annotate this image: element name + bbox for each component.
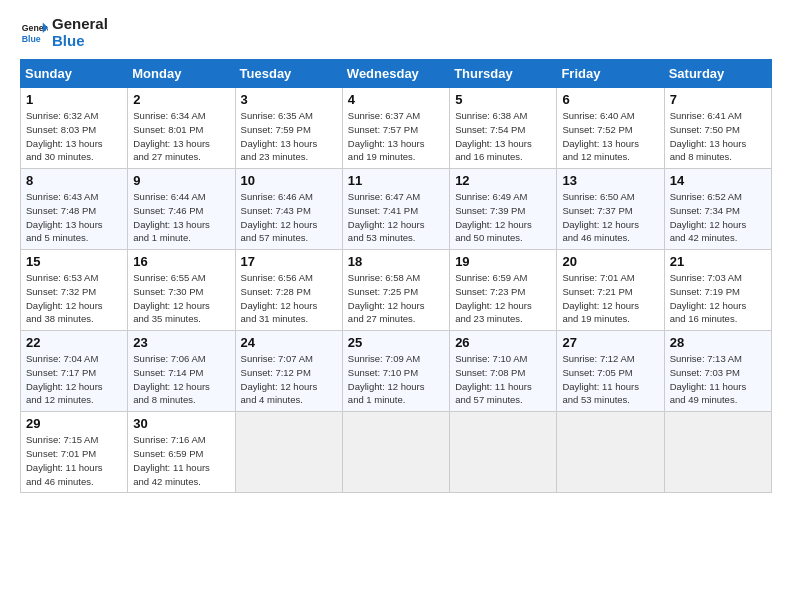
calendar-cell: 29Sunrise: 7:15 AM Sunset: 7:01 PM Dayli…: [21, 412, 128, 493]
day-info: Sunrise: 6:44 AM Sunset: 7:46 PM Dayligh…: [133, 190, 229, 245]
calendar-page: General Blue General Blue SundayMondayTu…: [0, 0, 792, 612]
calendar-cell: 11Sunrise: 6:47 AM Sunset: 7:41 PM Dayli…: [342, 169, 449, 250]
day-number: 15: [26, 254, 122, 269]
day-info: Sunrise: 6:32 AM Sunset: 8:03 PM Dayligh…: [26, 109, 122, 164]
day-info: Sunrise: 7:15 AM Sunset: 7:01 PM Dayligh…: [26, 433, 122, 488]
day-info: Sunrise: 7:10 AM Sunset: 7:08 PM Dayligh…: [455, 352, 551, 407]
day-info: Sunrise: 6:41 AM Sunset: 7:50 PM Dayligh…: [670, 109, 766, 164]
day-header-monday: Monday: [128, 60, 235, 88]
calendar-cell: 28Sunrise: 7:13 AM Sunset: 7:03 PM Dayli…: [664, 331, 771, 412]
calendar-cell: 23Sunrise: 7:06 AM Sunset: 7:14 PM Dayli…: [128, 331, 235, 412]
calendar-table: SundayMondayTuesdayWednesdayThursdayFrid…: [20, 59, 772, 493]
calendar-header-row: SundayMondayTuesdayWednesdayThursdayFrid…: [21, 60, 772, 88]
day-info: Sunrise: 7:04 AM Sunset: 7:17 PM Dayligh…: [26, 352, 122, 407]
calendar-cell: 6Sunrise: 6:40 AM Sunset: 7:52 PM Daylig…: [557, 88, 664, 169]
day-number: 26: [455, 335, 551, 350]
calendar-cell: 18Sunrise: 6:58 AM Sunset: 7:25 PM Dayli…: [342, 250, 449, 331]
calendar-cell: [557, 412, 664, 493]
day-number: 1: [26, 92, 122, 107]
day-info: Sunrise: 6:50 AM Sunset: 7:37 PM Dayligh…: [562, 190, 658, 245]
week-row-3: 15Sunrise: 6:53 AM Sunset: 7:32 PM Dayli…: [21, 250, 772, 331]
calendar-cell: 8Sunrise: 6:43 AM Sunset: 7:48 PM Daylig…: [21, 169, 128, 250]
day-info: Sunrise: 6:35 AM Sunset: 7:59 PM Dayligh…: [241, 109, 337, 164]
day-info: Sunrise: 6:52 AM Sunset: 7:34 PM Dayligh…: [670, 190, 766, 245]
calendar-cell: 22Sunrise: 7:04 AM Sunset: 7:17 PM Dayli…: [21, 331, 128, 412]
day-number: 6: [562, 92, 658, 107]
calendar-cell: 5Sunrise: 6:38 AM Sunset: 7:54 PM Daylig…: [450, 88, 557, 169]
day-number: 7: [670, 92, 766, 107]
day-number: 5: [455, 92, 551, 107]
day-number: 22: [26, 335, 122, 350]
day-info: Sunrise: 6:40 AM Sunset: 7:52 PM Dayligh…: [562, 109, 658, 164]
calendar-cell: 21Sunrise: 7:03 AM Sunset: 7:19 PM Dayli…: [664, 250, 771, 331]
day-info: Sunrise: 7:03 AM Sunset: 7:19 PM Dayligh…: [670, 271, 766, 326]
day-info: Sunrise: 7:07 AM Sunset: 7:12 PM Dayligh…: [241, 352, 337, 407]
day-header-friday: Friday: [557, 60, 664, 88]
calendar-cell: 30Sunrise: 7:16 AM Sunset: 6:59 PM Dayli…: [128, 412, 235, 493]
day-info: Sunrise: 7:06 AM Sunset: 7:14 PM Dayligh…: [133, 352, 229, 407]
day-number: 30: [133, 416, 229, 431]
week-row-5: 29Sunrise: 7:15 AM Sunset: 7:01 PM Dayli…: [21, 412, 772, 493]
day-info: Sunrise: 6:58 AM Sunset: 7:25 PM Dayligh…: [348, 271, 444, 326]
day-info: Sunrise: 6:37 AM Sunset: 7:57 PM Dayligh…: [348, 109, 444, 164]
calendar-cell: 7Sunrise: 6:41 AM Sunset: 7:50 PM Daylig…: [664, 88, 771, 169]
day-info: Sunrise: 7:09 AM Sunset: 7:10 PM Dayligh…: [348, 352, 444, 407]
day-header-tuesday: Tuesday: [235, 60, 342, 88]
day-header-wednesday: Wednesday: [342, 60, 449, 88]
day-number: 25: [348, 335, 444, 350]
calendar-cell: 1Sunrise: 6:32 AM Sunset: 8:03 PM Daylig…: [21, 88, 128, 169]
calendar-cell: 14Sunrise: 6:52 AM Sunset: 7:34 PM Dayli…: [664, 169, 771, 250]
calendar-cell: 24Sunrise: 7:07 AM Sunset: 7:12 PM Dayli…: [235, 331, 342, 412]
day-header-thursday: Thursday: [450, 60, 557, 88]
calendar-cell: 4Sunrise: 6:37 AM Sunset: 7:57 PM Daylig…: [342, 88, 449, 169]
day-number: 28: [670, 335, 766, 350]
day-number: 12: [455, 173, 551, 188]
calendar-cell: 20Sunrise: 7:01 AM Sunset: 7:21 PM Dayli…: [557, 250, 664, 331]
week-row-1: 1Sunrise: 6:32 AM Sunset: 8:03 PM Daylig…: [21, 88, 772, 169]
day-info: Sunrise: 6:34 AM Sunset: 8:01 PM Dayligh…: [133, 109, 229, 164]
day-info: Sunrise: 7:01 AM Sunset: 7:21 PM Dayligh…: [562, 271, 658, 326]
week-row-4: 22Sunrise: 7:04 AM Sunset: 7:17 PM Dayli…: [21, 331, 772, 412]
day-number: 2: [133, 92, 229, 107]
calendar-cell: [664, 412, 771, 493]
day-info: Sunrise: 6:59 AM Sunset: 7:23 PM Dayligh…: [455, 271, 551, 326]
calendar-cell: 3Sunrise: 6:35 AM Sunset: 7:59 PM Daylig…: [235, 88, 342, 169]
day-number: 29: [26, 416, 122, 431]
day-number: 17: [241, 254, 337, 269]
calendar-cell: 12Sunrise: 6:49 AM Sunset: 7:39 PM Dayli…: [450, 169, 557, 250]
day-number: 21: [670, 254, 766, 269]
day-number: 24: [241, 335, 337, 350]
logo-icon: General Blue: [20, 19, 48, 47]
day-info: Sunrise: 6:56 AM Sunset: 7:28 PM Dayligh…: [241, 271, 337, 326]
week-row-2: 8Sunrise: 6:43 AM Sunset: 7:48 PM Daylig…: [21, 169, 772, 250]
day-number: 14: [670, 173, 766, 188]
day-number: 20: [562, 254, 658, 269]
day-info: Sunrise: 6:38 AM Sunset: 7:54 PM Dayligh…: [455, 109, 551, 164]
day-header-sunday: Sunday: [21, 60, 128, 88]
calendar-cell: 9Sunrise: 6:44 AM Sunset: 7:46 PM Daylig…: [128, 169, 235, 250]
day-number: 19: [455, 254, 551, 269]
calendar-cell: 26Sunrise: 7:10 AM Sunset: 7:08 PM Dayli…: [450, 331, 557, 412]
day-info: Sunrise: 6:49 AM Sunset: 7:39 PM Dayligh…: [455, 190, 551, 245]
calendar-cell: 10Sunrise: 6:46 AM Sunset: 7:43 PM Dayli…: [235, 169, 342, 250]
day-number: 8: [26, 173, 122, 188]
calendar-cell: 2Sunrise: 6:34 AM Sunset: 8:01 PM Daylig…: [128, 88, 235, 169]
calendar-cell: 15Sunrise: 6:53 AM Sunset: 7:32 PM Dayli…: [21, 250, 128, 331]
day-info: Sunrise: 7:12 AM Sunset: 7:05 PM Dayligh…: [562, 352, 658, 407]
day-info: Sunrise: 7:13 AM Sunset: 7:03 PM Dayligh…: [670, 352, 766, 407]
calendar-cell: 17Sunrise: 6:56 AM Sunset: 7:28 PM Dayli…: [235, 250, 342, 331]
day-number: 16: [133, 254, 229, 269]
calendar-cell: 16Sunrise: 6:55 AM Sunset: 7:30 PM Dayli…: [128, 250, 235, 331]
day-number: 13: [562, 173, 658, 188]
calendar-cell: 19Sunrise: 6:59 AM Sunset: 7:23 PM Dayli…: [450, 250, 557, 331]
day-number: 9: [133, 173, 229, 188]
calendar-cell: [450, 412, 557, 493]
calendar-cell: 25Sunrise: 7:09 AM Sunset: 7:10 PM Dayli…: [342, 331, 449, 412]
day-number: 27: [562, 335, 658, 350]
logo: General Blue General Blue: [20, 16, 108, 49]
calendar-cell: [342, 412, 449, 493]
day-number: 11: [348, 173, 444, 188]
day-number: 3: [241, 92, 337, 107]
calendar-cell: 27Sunrise: 7:12 AM Sunset: 7:05 PM Dayli…: [557, 331, 664, 412]
calendar-cell: [235, 412, 342, 493]
